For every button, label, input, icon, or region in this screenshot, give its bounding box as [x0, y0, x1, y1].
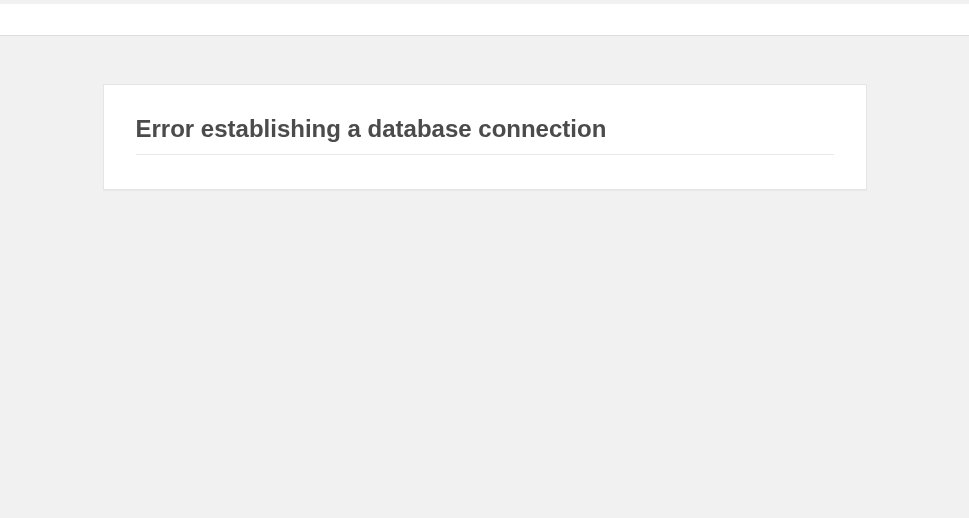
- header-bar: [0, 4, 969, 36]
- error-heading: Error establishing a database connection: [136, 113, 834, 155]
- error-card: Error establishing a database connection: [103, 84, 867, 190]
- content-wrap: Error establishing a database connection: [0, 36, 969, 190]
